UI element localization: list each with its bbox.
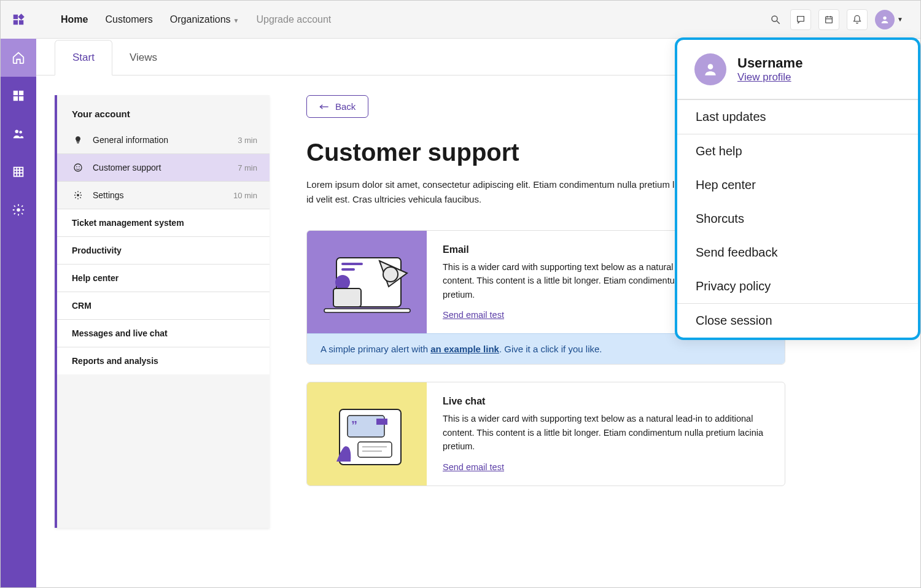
sidebar-section-help[interactable]: Help center	[57, 265, 270, 292]
svg-rect-18	[826, 17, 833, 23]
rail-settings[interactable]	[1, 191, 36, 229]
avatar-icon	[694, 53, 726, 85]
rail-people[interactable]	[1, 115, 36, 153]
back-button[interactable]: Back	[306, 95, 368, 118]
rail-dashboard[interactable]	[1, 77, 36, 115]
svg-point-26	[76, 166, 77, 168]
nav-upgrade[interactable]: Upgrade account	[256, 14, 331, 25]
menu-help-center[interactable]: Hep center	[677, 168, 918, 202]
svg-rect-39	[376, 419, 387, 425]
profile-button[interactable]: ▼	[875, 10, 903, 29]
sidebar-section-messages[interactable]: Messages and live chat	[57, 320, 270, 347]
svg-rect-1	[18, 14, 24, 20]
svg-point-28	[77, 194, 79, 196]
svg-point-22	[883, 16, 886, 19]
profile-username: Username	[737, 55, 802, 71]
svg-point-33	[383, 267, 398, 282]
sidebar-item-label: Customer support	[93, 163, 161, 172]
svg-point-8	[15, 130, 19, 134]
chevron-down-icon: ▼	[897, 16, 903, 23]
sidebar-section-crm[interactable]: CRM	[57, 292, 270, 320]
alert-example-link[interactable]: an example link	[430, 344, 499, 354]
gear-icon	[72, 190, 84, 200]
tab-start[interactable]: Start	[55, 40, 112, 75]
svg-point-44	[708, 64, 713, 69]
menu-send-feedback[interactable]: Send feedback	[677, 236, 918, 269]
menu-shortcuts[interactable]: Shorcuts	[677, 202, 918, 236]
left-nav-rail	[1, 1, 36, 587]
app-logo[interactable]	[1, 1, 36, 39]
card-illustration-email	[307, 231, 427, 333]
card-title: Live chat	[443, 396, 769, 407]
svg-point-16	[772, 16, 777, 21]
card-link-send-email[interactable]: Send email test	[443, 462, 504, 472]
svg-point-34	[335, 275, 350, 290]
svg-line-17	[777, 21, 780, 24]
svg-rect-0	[14, 15, 18, 19]
svg-rect-5	[19, 91, 23, 95]
support-icon	[72, 163, 84, 172]
sidebar-section-tickets[interactable]: Ticket management system	[57, 209, 270, 237]
sidebar-item-label: Settings	[93, 190, 124, 200]
svg-rect-23	[77, 142, 79, 142]
svg-rect-35	[333, 288, 361, 307]
card-livechat: ” Live chat This is a wider card with su…	[306, 382, 785, 485]
top-bar: Home Customers Organizations▼ Upgrade ac…	[36, 1, 920, 39]
sidebar-item-settings[interactable]: Settings 10 min	[57, 182, 270, 209]
chat-icon[interactable]	[790, 9, 811, 30]
sidebar-item-label: General information	[93, 135, 168, 145]
rail-home[interactable]	[1, 39, 36, 77]
svg-point-15	[17, 208, 20, 212]
svg-rect-4	[14, 91, 18, 95]
svg-rect-24	[77, 143, 79, 144]
sidebar-item-general[interactable]: General information 3 min	[57, 126, 270, 154]
svg-rect-2	[14, 20, 18, 25]
sidebar-section-reports[interactable]: Reports and analysis	[57, 347, 270, 374]
menu-close-session[interactable]: Close session	[677, 303, 918, 338]
svg-point-9	[19, 131, 22, 134]
menu-get-help[interactable]: Get help	[677, 134, 918, 168]
arrow-left-icon	[319, 103, 329, 110]
card-text: This is a wider card with supporting tex…	[443, 412, 769, 453]
sidebar-item-meta: 10 min	[233, 191, 257, 200]
svg-rect-7	[19, 96, 23, 101]
profile-dropdown: Username View profile Last updates Get h…	[675, 37, 920, 340]
bell-icon[interactable]	[847, 9, 868, 30]
topbar-actions: ▼	[768, 9, 903, 30]
top-nav: Home Customers Organizations▼ Upgrade ac…	[61, 14, 331, 25]
svg-point-25	[74, 164, 82, 171]
rail-building[interactable]	[1, 153, 36, 191]
view-profile-link[interactable]: View profile	[737, 71, 791, 83]
svg-rect-3	[19, 20, 23, 25]
card-illustration-chat: ”	[307, 382, 427, 485]
calendar-icon[interactable]	[818, 9, 839, 30]
sidebar-item-customer-support[interactable]: Customer support 7 min	[57, 154, 270, 182]
tab-views[interactable]: Views	[112, 41, 174, 75]
chevron-down-icon: ▼	[233, 17, 239, 24]
sidebar-item-meta: 3 min	[238, 136, 257, 145]
svg-rect-41	[358, 442, 392, 457]
nav-organizations[interactable]: Organizations▼	[170, 14, 239, 25]
lightbulb-icon	[72, 135, 84, 145]
nav-customers[interactable]: Customers	[105, 14, 152, 25]
svg-text:”: ”	[351, 419, 357, 432]
sidebar-item-meta: 7 min	[238, 163, 257, 172]
sidebar-section-productivity[interactable]: Productivity	[57, 237, 270, 265]
menu-privacy[interactable]: Privacy policy	[677, 269, 918, 303]
svg-point-27	[79, 166, 80, 168]
svg-rect-31	[341, 263, 363, 265]
settings-sidebar: Your account General information 3 min C…	[55, 95, 270, 528]
svg-rect-36	[324, 309, 410, 312]
menu-last-updates[interactable]: Last updates	[677, 99, 918, 134]
svg-rect-6	[14, 96, 18, 101]
sidebar-section-account: Your account	[57, 95, 270, 126]
avatar-icon	[875, 10, 895, 29]
svg-rect-10	[14, 168, 23, 177]
svg-rect-32	[341, 268, 355, 271]
card-link-send-email[interactable]: Send email test	[443, 310, 504, 320]
nav-home[interactable]: Home	[61, 14, 88, 25]
search-icon[interactable]	[768, 12, 783, 27]
profile-header: Username View profile	[677, 40, 918, 99]
